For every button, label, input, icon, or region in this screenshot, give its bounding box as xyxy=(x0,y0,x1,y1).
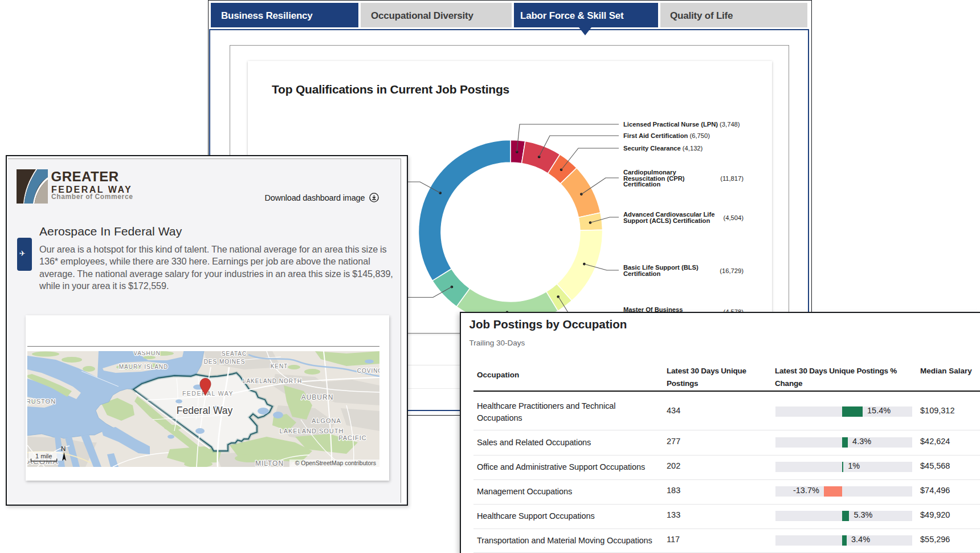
svg-text:Federal Way: Federal Way xyxy=(177,405,233,416)
svg-text:KENT: KENT xyxy=(271,363,288,369)
svg-text:SEATAC: SEATAC xyxy=(222,351,247,357)
svg-text:LAKELAND SOUTH: LAKELAND SOUTH xyxy=(280,428,344,434)
svg-text:VASHON: VASHON xyxy=(133,351,160,356)
svg-text:LAKELAND NORTH: LAKELAND NORTH xyxy=(243,378,302,384)
svg-text:MAURY ISLAND: MAURY ISLAND xyxy=(119,364,169,370)
svg-text:1 mile: 1 mile xyxy=(35,453,52,460)
svg-text:AUBURN: AUBURN xyxy=(301,393,334,401)
svg-text:N: N xyxy=(61,445,66,452)
svg-text:FEDERAL WAY: FEDERAL WAY xyxy=(182,391,234,397)
svg-text:PACIFIC: PACIFIC xyxy=(338,434,367,441)
svg-text:DES MOINES: DES MOINES xyxy=(204,359,246,365)
svg-text:© OpenStreetMap contributors: © OpenStreetMap contributors xyxy=(295,460,376,466)
svg-text:ALGONA: ALGONA xyxy=(312,417,341,424)
svg-text:RUSTON: RUSTON xyxy=(27,398,56,405)
svg-text:MILTON: MILTON xyxy=(255,460,284,467)
svg-text:COVINGT: COVINGT xyxy=(357,368,379,374)
